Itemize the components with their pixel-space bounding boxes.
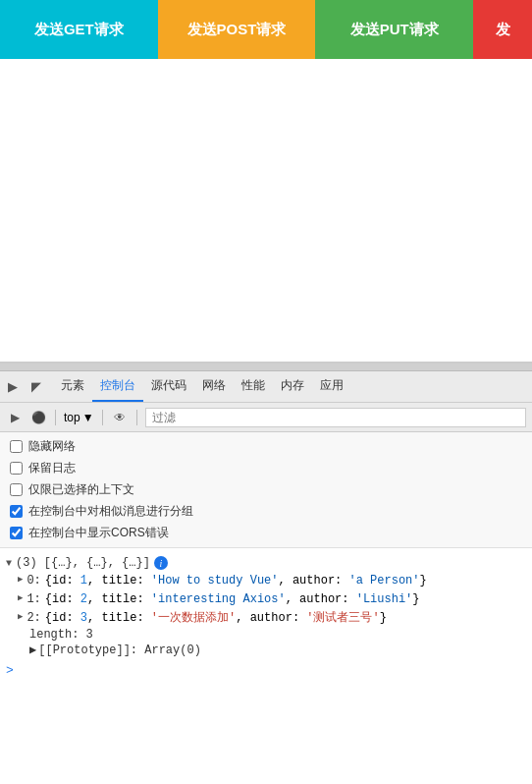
collapse-triangle-icon: ▼ bbox=[6, 558, 12, 569]
setting-preserve-log: 保留日志 bbox=[10, 460, 522, 476]
top-context-selector[interactable]: top ▼ bbox=[64, 411, 94, 424]
item-0-index: 0: bbox=[27, 572, 40, 589]
selected-context-checkbox[interactable] bbox=[10, 483, 23, 496]
group-header-text: (3) [{…}, {…}, {…}] bbox=[16, 556, 150, 570]
item-0-content: {id: 1, title: 'How to study Vue', autho… bbox=[45, 572, 427, 589]
info-icon[interactable]: i bbox=[154, 556, 168, 570]
preserve-log-label: 保留日志 bbox=[28, 460, 76, 476]
console-prototype: ▶ [[Prototype]]: Array(0) bbox=[29, 643, 526, 657]
devtools-console-output: ▼ (3) [{…}, {…}, {…}] i ▶ 0: {id: 1, tit… bbox=[0, 548, 532, 705]
item-1-content: {id: 2, title: 'interesting Axios', auth… bbox=[45, 590, 420, 608]
toolbar-divider-3 bbox=[136, 410, 137, 425]
eye-icon[interactable]: 👁 bbox=[111, 409, 129, 426]
setting-selected-context: 仅限已选择的上下文 bbox=[10, 481, 522, 498]
hide-network-label: 隐藏网络 bbox=[28, 438, 76, 455]
console-prompt: > bbox=[6, 663, 526, 678]
console-length: length: 3 bbox=[29, 628, 526, 642]
tab-memory[interactable]: 内存 bbox=[273, 371, 312, 402]
device-icon[interactable]: ◤ bbox=[27, 378, 45, 396]
group-similar-label: 在控制台中对相似消息进行分组 bbox=[28, 503, 193, 520]
tab-console[interactable]: 控制台 bbox=[92, 371, 143, 402]
get-request-button[interactable]: 发送GET请求 bbox=[0, 0, 158, 59]
devtools-scrollbar[interactable] bbox=[0, 364, 532, 371]
selected-context-label: 仅限已选择的上下文 bbox=[28, 481, 134, 498]
setting-group-similar: 在控制台中对相似消息进行分组 bbox=[10, 503, 522, 520]
console-group-header[interactable]: ▼ (3) [{…}, {…}, {…}] i bbox=[6, 556, 526, 570]
button-bar: 发送GET请求 发送POST请求 发送PUT请求 发 bbox=[0, 0, 532, 59]
console-item-0: ▶ 0: {id: 1, title: 'How to study Vue', … bbox=[18, 572, 526, 589]
group-similar-checkbox[interactable] bbox=[10, 505, 23, 518]
tab-elements[interactable]: 元素 bbox=[53, 371, 92, 402]
tab-performance[interactable]: 性能 bbox=[234, 371, 273, 402]
devtools-panel: ▶ ◤ 元素 控制台 源代码 网络 性能 内存 应用 ▶ ⚫ top ▼ 👁 隐… bbox=[0, 362, 532, 705]
devtools-tab-bar: ▶ ◤ 元素 控制台 源代码 网络 性能 内存 应用 bbox=[0, 371, 532, 403]
prototype-label: [[Prototype]]: Array(0) bbox=[38, 644, 201, 657]
filter-input[interactable] bbox=[145, 408, 526, 427]
play-icon[interactable]: ▶ bbox=[6, 409, 24, 426]
inspect-icon[interactable]: ▶ bbox=[4, 378, 22, 396]
hide-network-checkbox[interactable] bbox=[10, 440, 23, 453]
item-2-expand-icon[interactable]: ▶ bbox=[18, 611, 23, 625]
setting-hide-network: 隐藏网络 bbox=[10, 438, 522, 455]
prompt-arrow-icon: > bbox=[6, 663, 14, 678]
delete-request-button[interactable]: 发 bbox=[473, 0, 532, 59]
cors-errors-checkbox[interactable] bbox=[10, 527, 23, 539]
devtools-settings: 隐藏网络 保留日志 仅限已选择的上下文 在控制台中对相似消息进行分组 在控制台中… bbox=[0, 432, 532, 548]
cors-errors-label: 在控制台中显示CORS错误 bbox=[28, 525, 169, 541]
tab-application[interactable]: 应用 bbox=[312, 371, 351, 402]
tab-network[interactable]: 网络 bbox=[194, 371, 234, 402]
console-item-1: ▶ 1: {id: 2, title: 'interesting Axios',… bbox=[18, 590, 526, 608]
item-1-index: 1: bbox=[27, 590, 40, 608]
item-1-expand-icon[interactable]: ▶ bbox=[18, 592, 23, 606]
devtools-tab-icons: ▶ ◤ bbox=[4, 378, 45, 396]
devtools-toolbar: ▶ ⚫ top ▼ 👁 bbox=[0, 403, 532, 432]
console-input[interactable] bbox=[18, 664, 526, 678]
top-label: top bbox=[64, 411, 80, 424]
preserve-log-checkbox[interactable] bbox=[10, 462, 23, 475]
toolbar-divider-1 bbox=[55, 410, 56, 425]
block-icon[interactable]: ⚫ bbox=[29, 409, 47, 426]
toolbar-divider-2 bbox=[102, 410, 103, 425]
tab-sources[interactable]: 源代码 bbox=[143, 371, 194, 402]
setting-cors-errors: 在控制台中显示CORS错误 bbox=[10, 525, 522, 541]
dropdown-icon: ▼ bbox=[82, 411, 94, 424]
main-content-area bbox=[0, 59, 532, 362]
post-request-button[interactable]: 发送POST请求 bbox=[158, 0, 316, 59]
item-2-index: 2: bbox=[27, 609, 40, 627]
put-request-button[interactable]: 发送PUT请求 bbox=[315, 0, 473, 59]
prototype-expand-icon[interactable]: ▶ bbox=[29, 643, 36, 657]
item-2-content: {id: 3, title: '一次数据添加', author: '测试者三号'… bbox=[45, 609, 387, 627]
item-0-expand-icon[interactable]: ▶ bbox=[18, 574, 23, 588]
console-group: ▼ (3) [{…}, {…}, {…}] i ▶ 0: {id: 1, tit… bbox=[6, 556, 526, 657]
console-item-2: ▶ 2: {id: 3, title: '一次数据添加', author: '测… bbox=[18, 609, 526, 627]
console-items: ▶ 0: {id: 1, title: 'How to study Vue', … bbox=[18, 572, 526, 657]
